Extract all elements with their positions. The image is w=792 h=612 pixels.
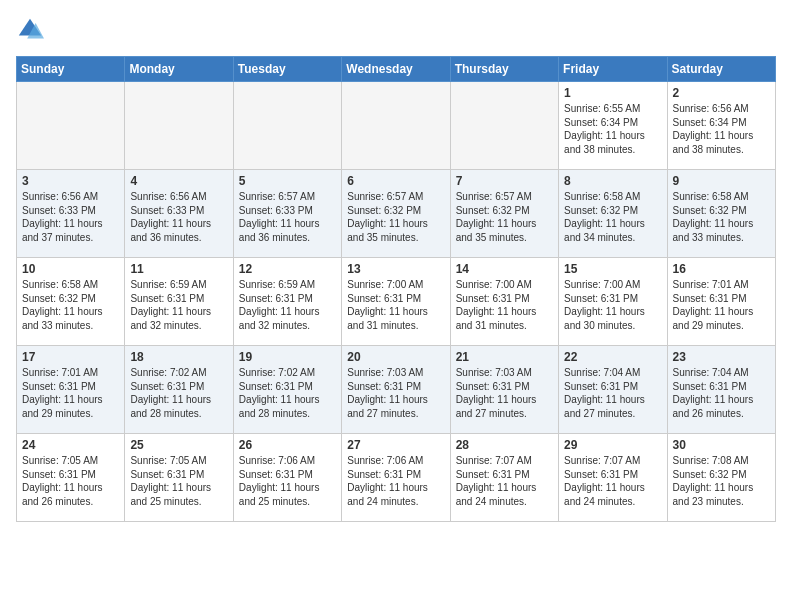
calendar-cell: 9Sunrise: 6:58 AM Sunset: 6:32 PM Daylig… xyxy=(667,170,775,258)
day-number: 14 xyxy=(456,262,553,276)
day-info: Sunrise: 6:56 AM Sunset: 6:33 PM Dayligh… xyxy=(130,190,227,244)
day-number: 29 xyxy=(564,438,661,452)
day-number: 11 xyxy=(130,262,227,276)
day-number: 20 xyxy=(347,350,444,364)
calendar-cell: 29Sunrise: 7:07 AM Sunset: 6:31 PM Dayli… xyxy=(559,434,667,522)
day-number: 27 xyxy=(347,438,444,452)
day-info: Sunrise: 7:05 AM Sunset: 6:31 PM Dayligh… xyxy=(130,454,227,508)
page-header xyxy=(16,16,776,44)
calendar-cell: 3Sunrise: 6:56 AM Sunset: 6:33 PM Daylig… xyxy=(17,170,125,258)
day-number: 24 xyxy=(22,438,119,452)
day-info: Sunrise: 7:01 AM Sunset: 6:31 PM Dayligh… xyxy=(22,366,119,420)
day-number: 2 xyxy=(673,86,770,100)
day-info: Sunrise: 6:56 AM Sunset: 6:34 PM Dayligh… xyxy=(673,102,770,156)
day-info: Sunrise: 6:59 AM Sunset: 6:31 PM Dayligh… xyxy=(130,278,227,332)
day-info: Sunrise: 7:02 AM Sunset: 6:31 PM Dayligh… xyxy=(239,366,336,420)
day-info: Sunrise: 7:00 AM Sunset: 6:31 PM Dayligh… xyxy=(456,278,553,332)
calendar-cell xyxy=(125,82,233,170)
calendar-cell: 14Sunrise: 7:00 AM Sunset: 6:31 PM Dayli… xyxy=(450,258,558,346)
calendar-cell: 13Sunrise: 7:00 AM Sunset: 6:31 PM Dayli… xyxy=(342,258,450,346)
day-number: 30 xyxy=(673,438,770,452)
week-row-3: 10Sunrise: 6:58 AM Sunset: 6:32 PM Dayli… xyxy=(17,258,776,346)
calendar-cell: 4Sunrise: 6:56 AM Sunset: 6:33 PM Daylig… xyxy=(125,170,233,258)
day-number: 6 xyxy=(347,174,444,188)
week-row-1: 1Sunrise: 6:55 AM Sunset: 6:34 PM Daylig… xyxy=(17,82,776,170)
day-number: 9 xyxy=(673,174,770,188)
weekday-header-thursday: Thursday xyxy=(450,57,558,82)
calendar-cell: 10Sunrise: 6:58 AM Sunset: 6:32 PM Dayli… xyxy=(17,258,125,346)
calendar-cell: 24Sunrise: 7:05 AM Sunset: 6:31 PM Dayli… xyxy=(17,434,125,522)
day-info: Sunrise: 7:00 AM Sunset: 6:31 PM Dayligh… xyxy=(564,278,661,332)
day-info: Sunrise: 6:57 AM Sunset: 6:32 PM Dayligh… xyxy=(456,190,553,244)
day-info: Sunrise: 7:08 AM Sunset: 6:32 PM Dayligh… xyxy=(673,454,770,508)
calendar-cell: 16Sunrise: 7:01 AM Sunset: 6:31 PM Dayli… xyxy=(667,258,775,346)
calendar-cell: 23Sunrise: 7:04 AM Sunset: 6:31 PM Dayli… xyxy=(667,346,775,434)
calendar-cell xyxy=(17,82,125,170)
calendar-cell: 8Sunrise: 6:58 AM Sunset: 6:32 PM Daylig… xyxy=(559,170,667,258)
calendar-cell: 28Sunrise: 7:07 AM Sunset: 6:31 PM Dayli… xyxy=(450,434,558,522)
day-info: Sunrise: 7:01 AM Sunset: 6:31 PM Dayligh… xyxy=(673,278,770,332)
weekday-header-monday: Monday xyxy=(125,57,233,82)
weekday-header-wednesday: Wednesday xyxy=(342,57,450,82)
week-row-2: 3Sunrise: 6:56 AM Sunset: 6:33 PM Daylig… xyxy=(17,170,776,258)
calendar-cell: 25Sunrise: 7:05 AM Sunset: 6:31 PM Dayli… xyxy=(125,434,233,522)
day-number: 4 xyxy=(130,174,227,188)
day-info: Sunrise: 6:58 AM Sunset: 6:32 PM Dayligh… xyxy=(22,278,119,332)
day-info: Sunrise: 7:07 AM Sunset: 6:31 PM Dayligh… xyxy=(456,454,553,508)
logo xyxy=(16,16,48,44)
calendar-cell: 11Sunrise: 6:59 AM Sunset: 6:31 PM Dayli… xyxy=(125,258,233,346)
day-info: Sunrise: 6:55 AM Sunset: 6:34 PM Dayligh… xyxy=(564,102,661,156)
day-number: 25 xyxy=(130,438,227,452)
day-number: 21 xyxy=(456,350,553,364)
day-number: 7 xyxy=(456,174,553,188)
calendar-cell: 1Sunrise: 6:55 AM Sunset: 6:34 PM Daylig… xyxy=(559,82,667,170)
day-number: 5 xyxy=(239,174,336,188)
day-info: Sunrise: 7:05 AM Sunset: 6:31 PM Dayligh… xyxy=(22,454,119,508)
day-number: 13 xyxy=(347,262,444,276)
week-row-5: 24Sunrise: 7:05 AM Sunset: 6:31 PM Dayli… xyxy=(17,434,776,522)
calendar-cell: 21Sunrise: 7:03 AM Sunset: 6:31 PM Dayli… xyxy=(450,346,558,434)
day-number: 10 xyxy=(22,262,119,276)
weekday-header-saturday: Saturday xyxy=(667,57,775,82)
calendar-cell xyxy=(450,82,558,170)
calendar-cell: 22Sunrise: 7:04 AM Sunset: 6:31 PM Dayli… xyxy=(559,346,667,434)
calendar-cell: 20Sunrise: 7:03 AM Sunset: 6:31 PM Dayli… xyxy=(342,346,450,434)
day-number: 12 xyxy=(239,262,336,276)
calendar-cell: 15Sunrise: 7:00 AM Sunset: 6:31 PM Dayli… xyxy=(559,258,667,346)
logo-icon xyxy=(16,16,44,44)
day-info: Sunrise: 7:03 AM Sunset: 6:31 PM Dayligh… xyxy=(347,366,444,420)
weekday-header-sunday: Sunday xyxy=(17,57,125,82)
calendar-cell: 30Sunrise: 7:08 AM Sunset: 6:32 PM Dayli… xyxy=(667,434,775,522)
day-number: 15 xyxy=(564,262,661,276)
week-row-4: 17Sunrise: 7:01 AM Sunset: 6:31 PM Dayli… xyxy=(17,346,776,434)
day-info: Sunrise: 6:58 AM Sunset: 6:32 PM Dayligh… xyxy=(564,190,661,244)
day-info: Sunrise: 6:58 AM Sunset: 6:32 PM Dayligh… xyxy=(673,190,770,244)
calendar-cell: 6Sunrise: 6:57 AM Sunset: 6:32 PM Daylig… xyxy=(342,170,450,258)
calendar-cell: 2Sunrise: 6:56 AM Sunset: 6:34 PM Daylig… xyxy=(667,82,775,170)
calendar-cell xyxy=(233,82,341,170)
day-number: 1 xyxy=(564,86,661,100)
day-info: Sunrise: 6:56 AM Sunset: 6:33 PM Dayligh… xyxy=(22,190,119,244)
day-info: Sunrise: 7:00 AM Sunset: 6:31 PM Dayligh… xyxy=(347,278,444,332)
day-number: 18 xyxy=(130,350,227,364)
day-number: 22 xyxy=(564,350,661,364)
calendar-cell: 5Sunrise: 6:57 AM Sunset: 6:33 PM Daylig… xyxy=(233,170,341,258)
calendar-cell: 7Sunrise: 6:57 AM Sunset: 6:32 PM Daylig… xyxy=(450,170,558,258)
calendar-cell: 12Sunrise: 6:59 AM Sunset: 6:31 PM Dayli… xyxy=(233,258,341,346)
calendar-cell xyxy=(342,82,450,170)
day-info: Sunrise: 7:06 AM Sunset: 6:31 PM Dayligh… xyxy=(239,454,336,508)
weekday-header-tuesday: Tuesday xyxy=(233,57,341,82)
calendar-cell: 18Sunrise: 7:02 AM Sunset: 6:31 PM Dayli… xyxy=(125,346,233,434)
day-number: 19 xyxy=(239,350,336,364)
day-info: Sunrise: 7:04 AM Sunset: 6:31 PM Dayligh… xyxy=(564,366,661,420)
day-info: Sunrise: 6:57 AM Sunset: 6:32 PM Dayligh… xyxy=(347,190,444,244)
day-info: Sunrise: 6:57 AM Sunset: 6:33 PM Dayligh… xyxy=(239,190,336,244)
calendar-cell: 17Sunrise: 7:01 AM Sunset: 6:31 PM Dayli… xyxy=(17,346,125,434)
day-number: 8 xyxy=(564,174,661,188)
weekday-header-friday: Friday xyxy=(559,57,667,82)
day-info: Sunrise: 7:07 AM Sunset: 6:31 PM Dayligh… xyxy=(564,454,661,508)
day-info: Sunrise: 7:03 AM Sunset: 6:31 PM Dayligh… xyxy=(456,366,553,420)
day-number: 3 xyxy=(22,174,119,188)
calendar-table: SundayMondayTuesdayWednesdayThursdayFrid… xyxy=(16,56,776,522)
day-number: 23 xyxy=(673,350,770,364)
